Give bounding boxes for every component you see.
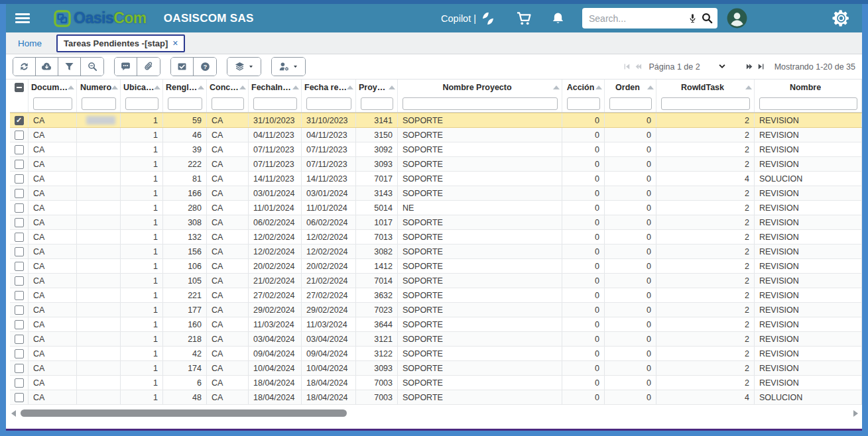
filter-input-concepto[interactable] bbox=[212, 97, 244, 110]
close-icon[interactable]: × bbox=[172, 38, 178, 48]
sort-asc-icon[interactable] bbox=[745, 85, 752, 89]
row-checkbox[interactable] bbox=[15, 233, 24, 242]
tasks-inbox-button[interactable] bbox=[171, 58, 194, 76]
table-row[interactable]: CA1177CA29/02/202429/02/20247023SOPORTE0… bbox=[10, 303, 862, 317]
column-header-proyecto[interactable]: Proyecto bbox=[356, 80, 398, 95]
chevron-down-icon[interactable] bbox=[717, 62, 727, 72]
column-header-fecha_inicial[interactable]: FechaInicial bbox=[249, 80, 302, 95]
row-checkbox[interactable] bbox=[15, 262, 24, 271]
column-header-nombre[interactable]: Nombre bbox=[755, 80, 862, 95]
refresh-button[interactable] bbox=[13, 58, 36, 76]
sort-asc-icon[interactable] bbox=[198, 85, 204, 89]
select-all-checkbox[interactable] bbox=[15, 83, 24, 92]
row-checkbox[interactable] bbox=[15, 349, 24, 358]
filter-input-ubicacion[interactable] bbox=[125, 97, 158, 110]
table-row[interactable]: CA1156CA12/02/202412/02/20243082SOPORTE0… bbox=[10, 245, 862, 259]
row-checkbox[interactable] bbox=[15, 116, 24, 125]
row-checkbox[interactable] bbox=[15, 378, 24, 388]
sort-asc-icon[interactable] bbox=[647, 85, 654, 89]
table-row[interactable]: CA1280CA11/01/202411/01/20245014NE002REV… bbox=[10, 201, 862, 215]
copilot-button[interactable]: Copilot | bbox=[441, 11, 495, 26]
comments-button[interactable] bbox=[115, 58, 137, 76]
filter-input-nombre_proyecto[interactable] bbox=[403, 97, 558, 110]
row-checkbox[interactable] bbox=[15, 203, 24, 213]
user-settings-button[interactable] bbox=[272, 58, 305, 76]
table-row[interactable]: CA1174CA10/04/202410/04/20243093SOPORTE0… bbox=[10, 361, 862, 376]
gear-icon[interactable] bbox=[832, 9, 850, 27]
scroll-left-icon[interactable] bbox=[11, 410, 16, 417]
table-row[interactable]: CA1106CA20/02/202420/02/20241412SOPORTE0… bbox=[10, 259, 862, 274]
row-checkbox[interactable] bbox=[15, 131, 24, 140]
table-row[interactable]: CA1105CA21/02/202421/02/20247014SOPORTE0… bbox=[10, 274, 862, 288]
sort-asc-icon[interactable] bbox=[553, 85, 560, 89]
column-header-ubicacion[interactable]: Ubicación bbox=[121, 80, 163, 95]
scrollbar-thumb[interactable] bbox=[21, 409, 347, 417]
row-checkbox[interactable] bbox=[15, 291, 24, 300]
table-row[interactable]: CA159CA31/10/202331/10/20233141SOPORTE00… bbox=[10, 113, 862, 128]
table-row[interactable]: CA146CA04/11/202304/11/20233150SOPORTE00… bbox=[10, 128, 862, 142]
tab-tareas-pendientes[interactable]: Tareas Pendientes -[stap] × bbox=[56, 34, 185, 52]
filter-input-orden[interactable] bbox=[609, 97, 652, 110]
table-row[interactable]: CA148CA18/04/202418/04/20247003SOPORTE00… bbox=[10, 390, 862, 405]
sort-asc-icon[interactable] bbox=[595, 85, 602, 89]
search-input[interactable] bbox=[589, 13, 687, 24]
filter-input-nombre[interactable] bbox=[759, 97, 857, 110]
last-page-icon[interactable] bbox=[757, 62, 765, 71]
scroll-right-icon[interactable] bbox=[853, 410, 858, 417]
row-checkbox[interactable] bbox=[15, 145, 24, 154]
sort-asc-icon[interactable] bbox=[111, 85, 118, 89]
row-checkbox[interactable] bbox=[15, 335, 24, 344]
table-row[interactable]: CA139CA07/11/202307/11/20233092SOPORTE00… bbox=[10, 142, 862, 157]
filter-input-rowidtask[interactable] bbox=[661, 97, 750, 110]
sort-asc-icon[interactable] bbox=[68, 85, 74, 89]
row-checkbox[interactable] bbox=[15, 393, 24, 402]
bell-icon[interactable] bbox=[551, 11, 565, 26]
first-page-icon[interactable] bbox=[623, 62, 631, 71]
sort-asc-icon[interactable] bbox=[154, 85, 160, 89]
filter-input-proyecto[interactable] bbox=[361, 97, 393, 110]
column-header-nombre_proyecto[interactable]: Nombre Proyecto bbox=[398, 80, 562, 95]
row-checkbox[interactable] bbox=[15, 305, 24, 315]
column-header-rowidtask[interactable]: RowIdTask bbox=[656, 80, 755, 95]
table-row[interactable]: CA1218CA03/04/202403/04/20243121SOPORTE0… bbox=[10, 332, 862, 347]
column-header-accion[interactable]: Acción bbox=[562, 80, 605, 95]
column-header-fecha_requerida[interactable]: Fecha requerida bbox=[302, 80, 356, 95]
filter-input-documento[interactable] bbox=[33, 97, 72, 110]
filter-button[interactable] bbox=[58, 58, 81, 76]
filter-input-renglon[interactable] bbox=[168, 97, 202, 110]
column-header-numero[interactable]: Numero bbox=[77, 80, 121, 95]
avatar[interactable] bbox=[727, 8, 747, 28]
filter-input-fecha_inicial[interactable] bbox=[253, 97, 297, 110]
sort-asc-icon[interactable] bbox=[239, 85, 246, 89]
sort-asc-icon[interactable] bbox=[389, 85, 395, 89]
table-row[interactable]: CA1221CA27/02/202427/02/20243632SOPORTE0… bbox=[10, 288, 862, 303]
mic-icon[interactable] bbox=[687, 13, 698, 25]
table-row[interactable]: CA1160CA11/03/202411/03/20243644SOPORTE0… bbox=[10, 317, 862, 332]
filter-input-numero[interactable] bbox=[82, 97, 116, 110]
table-row[interactable]: CA16CA18/04/202418/04/20247003SOPORTE002… bbox=[10, 376, 862, 390]
row-checkbox[interactable] bbox=[15, 276, 24, 286]
tab-home[interactable]: Home bbox=[18, 38, 42, 48]
row-checkbox[interactable] bbox=[15, 364, 24, 373]
layers-button[interactable] bbox=[227, 58, 261, 76]
row-checkbox[interactable] bbox=[15, 189, 24, 198]
table-row[interactable]: CA181CA14/11/202314/11/20237017SOPORTE00… bbox=[10, 172, 862, 186]
row-checkbox[interactable] bbox=[15, 174, 24, 184]
column-header-orden[interactable]: Orden bbox=[605, 80, 656, 95]
prev-page-icon[interactable] bbox=[634, 62, 643, 71]
search-icon[interactable] bbox=[698, 12, 713, 25]
next-page-icon[interactable] bbox=[745, 62, 754, 71]
row-checkbox[interactable] bbox=[15, 320, 24, 329]
cart-icon[interactable] bbox=[515, 11, 532, 27]
table-row[interactable]: CA142CA09/04/202409/04/20243122SOPORTE00… bbox=[10, 347, 862, 361]
table-row[interactable]: CA1166CA03/01/202403/01/20243143SOPORTE0… bbox=[10, 186, 862, 201]
hamburger-icon[interactable] bbox=[15, 11, 30, 25]
filter-input-accion[interactable] bbox=[567, 97, 600, 110]
table-row[interactable]: CA1132CA12/02/202412/02/20247013SOPORTE0… bbox=[10, 230, 862, 245]
row-checkbox[interactable] bbox=[15, 247, 24, 256]
row-checkbox[interactable] bbox=[15, 160, 24, 169]
row-checkbox[interactable] bbox=[15, 218, 24, 227]
sort-asc-icon[interactable] bbox=[292, 85, 299, 89]
help-button[interactable]: ? bbox=[194, 58, 216, 76]
horizontal-scrollbar[interactable] bbox=[10, 408, 859, 419]
